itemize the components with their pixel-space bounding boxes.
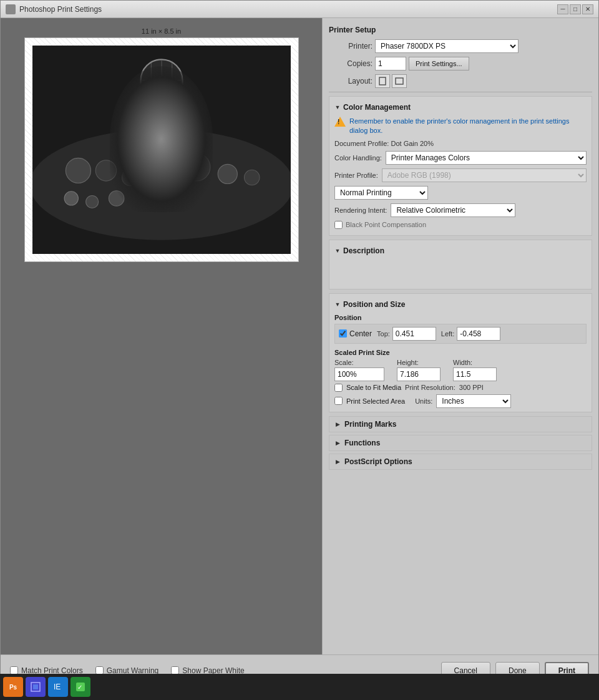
postscript-header[interactable]: ▶ PostScript Options [329, 454, 592, 469]
printer-select[interactable]: Phaser 7800DX PS [375, 39, 519, 53]
printer-setup-section: Printer Setup Printer: Phaser 7800DX PS … [329, 26, 592, 88]
height-input[interactable] [397, 367, 441, 381]
taskbar-icon-4[interactable]: ✓ [71, 677, 90, 697]
warning-icon [334, 117, 346, 128]
svg-rect-25 [379, 77, 386, 85]
app-icon [6, 4, 16, 14]
svg-point-5 [122, 169, 139, 186]
svg-rect-26 [396, 78, 403, 84]
layout-portrait-button[interactable] [375, 74, 390, 88]
taskbar-icon-1[interactable]: Ps [3, 677, 23, 697]
description-collapse[interactable]: ▼ [334, 248, 341, 254]
color-management-header: ▼ Color Management [334, 103, 587, 112]
width-label: Width: [453, 359, 497, 366]
scale-to-fit-checkbox[interactable] [334, 384, 343, 392]
page-size-label: 11 in × 8.5 in [142, 27, 181, 35]
settings-panel: Printer Setup Printer: Phaser 7800DX PS … [322, 18, 598, 654]
warning-text: Remember to enable the printer's color m… [349, 117, 587, 136]
print-selected-row: Print Selected Area Units: Inches Centim… [334, 394, 587, 408]
units-select[interactable]: Inches Centimeters Millimeters Points Pi… [436, 394, 511, 408]
black-point-label[interactable]: Black Point Compensation [346, 221, 426, 228]
layout-row: Layout: [329, 74, 592, 88]
color-management-title: Color Management [343, 103, 411, 112]
rendering-intent-select[interactable]: Perceptual Saturation Relative Colorimet… [391, 203, 515, 217]
black-point-checkbox[interactable] [334, 221, 343, 229]
printer-profile-select[interactable]: Adobe RGB (1998) [382, 168, 587, 182]
top-field: Top: [377, 327, 436, 341]
functions-collapse[interactable]: ▶ [334, 440, 341, 446]
copies-input[interactable] [375, 57, 406, 70]
svg-text:✓: ✓ [77, 684, 82, 691]
position-size-collapse[interactable]: ▼ [334, 301, 341, 308]
copies-label: Copies: [329, 59, 373, 68]
printing-marks-header[interactable]: ▶ Printing Marks [329, 417, 592, 432]
svg-rect-23 [158, 143, 164, 163]
preview-image [32, 46, 291, 254]
svg-rect-22 [141, 60, 182, 142]
top-input[interactable] [392, 327, 436, 341]
functions-header[interactable]: ▶ Functions [329, 435, 592, 450]
center-label[interactable]: Center [349, 329, 372, 338]
svg-point-3 [66, 158, 90, 183]
width-input[interactable] [453, 367, 497, 381]
svg-point-4 [95, 160, 116, 181]
postscript-title: PostScript Options [344, 457, 412, 466]
printing-marks-section: ▶ Printing Marks [329, 416, 592, 432]
printing-marks-collapse[interactable]: ▶ [334, 421, 341, 427]
svg-point-8 [244, 170, 259, 185]
preview-container: 11 in × 8.5 in [15, 24, 308, 623]
svg-point-6 [182, 153, 210, 182]
close-button[interactable]: ✕ [582, 4, 593, 14]
color-handling-select[interactable]: Photoshop Manages Colors Printer Manages… [386, 151, 587, 165]
doc-profile-text: Document Profile: Dot Gain 20% [334, 140, 587, 147]
minimize-button[interactable]: ─ [557, 4, 568, 14]
layout-buttons [375, 74, 407, 88]
print-settings-button[interactable]: Print Settings... [409, 57, 469, 70]
top-label: Top: [377, 330, 390, 338]
print-selected-label[interactable]: Print Selected Area [346, 397, 405, 405]
scale-to-fit-label[interactable]: Scale to Fit Media [346, 384, 401, 391]
window-controls: ─ □ ✕ [557, 4, 593, 14]
printer-profile-label: Printer Profile: [334, 172, 378, 179]
postscript-collapse[interactable]: ▶ [334, 459, 341, 465]
center-checkbox[interactable] [339, 329, 347, 338]
postscript-section: ▶ PostScript Options [329, 454, 592, 470]
svg-rect-24 [147, 162, 175, 166]
maximize-button[interactable]: □ [570, 4, 581, 14]
left-input[interactable] [457, 327, 500, 341]
color-management-section: ▼ Color Management Remember to enable th… [329, 96, 592, 236]
preview-panel: 11 in × 8.5 in [1, 18, 322, 654]
print-selected-checkbox[interactable] [334, 397, 343, 405]
layout-landscape-button[interactable] [392, 74, 407, 88]
color-handling-label: Color Handling: [334, 154, 382, 162]
taskbar-icon-3[interactable]: IE [48, 677, 68, 697]
divider-1 [329, 92, 592, 92]
functions-title: Functions [344, 439, 380, 447]
taskbar-icon-2[interactable] [26, 677, 46, 697]
scale-fit-row: Scale to Fit Media Print Resolution: 300… [334, 384, 587, 392]
paper-area [24, 37, 299, 262]
description-header: ▼ Description [334, 246, 587, 255]
normal-printing-select[interactable]: Normal Printing Hard Proofing [334, 186, 428, 200]
scale-fields-row: Scale: Height: Width: [334, 359, 587, 381]
position-size-section: ▼ Position and Size Position Center Top:… [329, 293, 592, 412]
center-row: Center Top: Left: [334, 324, 587, 344]
printer-setup-title: Printer Setup [329, 26, 376, 34]
warning-box: Remember to enable the printer's color m… [334, 117, 587, 136]
scaled-print-label: Scaled Print Size [334, 349, 587, 356]
normal-printing-row: Normal Printing Hard Proofing [334, 186, 587, 200]
position-size-title: Position and Size [343, 300, 405, 309]
paper-inner [32, 46, 291, 254]
svg-point-11 [109, 191, 124, 206]
taskbar: Ps IE ✓ [0, 674, 599, 700]
color-management-collapse[interactable]: ▼ [334, 104, 341, 110]
left-label: Left: [441, 330, 454, 338]
svg-rect-28 [33, 684, 38, 689]
scale-input[interactable] [334, 367, 384, 381]
units-label: Units: [415, 397, 432, 405]
print-resolution-value: 300 PPI [459, 384, 484, 391]
printer-row: Printer: Phaser 7800DX PS [329, 39, 592, 53]
position-size-header: ▼ Position and Size [334, 300, 587, 309]
printing-marks-title: Printing Marks [344, 420, 396, 429]
color-handling-row: Color Handling: Photoshop Manages Colors… [334, 151, 587, 165]
